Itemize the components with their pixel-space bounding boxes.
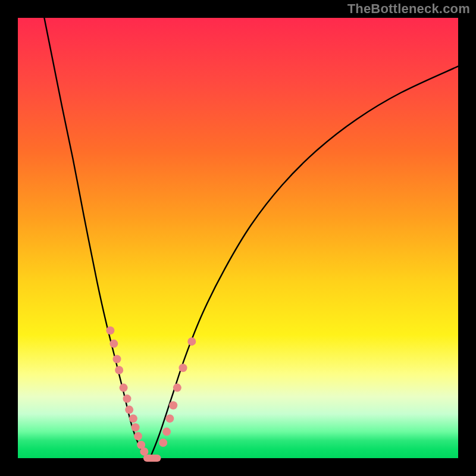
marker-left [131,423,140,431]
chart-svg [18,18,458,458]
marker-right [169,401,177,409]
marker-left [129,414,137,422]
left-curve [44,18,150,458]
curve-group [44,18,458,458]
marker-left [115,366,123,374]
marker-left [120,384,128,392]
marker-right [179,364,187,372]
marker-left [125,406,133,414]
right-curve [150,66,458,458]
marker-left [113,355,121,364]
marker-left [109,340,118,348]
marker-group [106,326,196,462]
watermark-label: TheBottleneck.com [347,1,470,17]
marker-right [162,428,171,436]
chart-frame: TheBottleneck.com [0,0,476,476]
marker-left [134,432,142,440]
marker-left [140,447,148,456]
marker-right [159,439,167,447]
marker-left [106,326,114,334]
marker-right [187,337,196,346]
marker-right [173,384,181,392]
marker-right [165,414,174,422]
marker-left [123,394,131,403]
valley-bar [143,455,161,462]
